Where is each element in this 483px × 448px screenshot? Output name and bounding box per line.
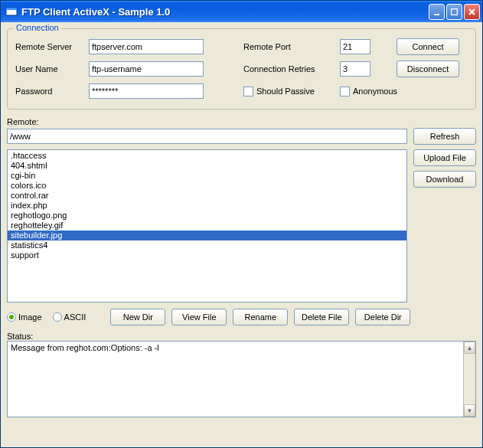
refresh-button[interactable]: Refresh xyxy=(413,128,476,145)
checkbox-icon xyxy=(243,87,253,96)
checkbox-icon xyxy=(340,87,350,96)
image-mode-label: Image xyxy=(18,312,42,322)
titlebar: FTP Client ActiveX - Sample 1.0 xyxy=(1,1,482,22)
remote-server-input[interactable] xyxy=(89,39,204,54)
connection-group: Connection Remote Server Remote Port Con… xyxy=(7,28,476,110)
svg-rect-1 xyxy=(6,8,17,10)
remote-label: Remote: xyxy=(7,117,476,126)
connection-retries-input[interactable] xyxy=(340,61,370,77)
user-name-input[interactable] xyxy=(89,61,204,77)
anonymous-label: Anonymous xyxy=(353,87,397,96)
app-icon xyxy=(5,5,18,18)
ascii-mode-radio[interactable]: ASCII xyxy=(53,312,86,322)
remote-port-input[interactable] xyxy=(340,39,370,54)
list-item[interactable]: support xyxy=(8,250,406,260)
disconnect-button[interactable]: Disconnect xyxy=(397,60,459,77)
remote-server-label: Remote Server xyxy=(15,42,84,51)
list-item[interactable]: colors.ico xyxy=(8,181,406,191)
scroll-down-icon[interactable]: ▼ xyxy=(464,404,475,417)
radio-icon xyxy=(7,312,16,322)
list-item[interactable]: index.php xyxy=(8,201,406,211)
close-button[interactable] xyxy=(464,4,480,20)
window-title: FTP Client ActiveX - Sample 1.0 xyxy=(21,6,429,18)
app-window: FTP Client ActiveX - Sample 1.0 Connecti… xyxy=(0,0,483,448)
rename-button[interactable]: Rename xyxy=(233,309,288,325)
image-mode-radio[interactable]: Image xyxy=(7,312,42,322)
connection-retries-label: Connection Retries xyxy=(243,64,335,74)
ascii-mode-label: ASCII xyxy=(64,312,86,322)
client-area: Connection Remote Server Remote Port Con… xyxy=(1,22,482,447)
view-file-button[interactable]: View File xyxy=(171,309,227,325)
status-label: Status: xyxy=(7,332,476,341)
radio-icon xyxy=(53,312,62,322)
list-item[interactable]: 404.shtml xyxy=(8,161,406,171)
svg-rect-2 xyxy=(434,14,439,15)
password-input[interactable] xyxy=(89,83,204,99)
list-item[interactable]: control.rar xyxy=(8,191,406,201)
user-name-label: User Name xyxy=(15,64,84,74)
scroll-up-icon[interactable]: ▲ xyxy=(464,342,475,354)
list-item[interactable]: reghotlogo.png xyxy=(8,211,406,221)
should-passive-label: Should Passive xyxy=(256,87,315,96)
delete-dir-button[interactable]: Delete Dir xyxy=(355,309,410,325)
scrollbar[interactable]: ▲ ▼ xyxy=(463,342,475,417)
anonymous-checkbox[interactable]: Anonymous xyxy=(340,87,459,96)
password-label: Password xyxy=(15,87,84,96)
list-item[interactable]: cgi-bin xyxy=(8,171,406,181)
svg-rect-3 xyxy=(452,8,458,15)
remote-file-list[interactable]: .htaccess404.shtmlcgi-bincolors.icocontr… xyxy=(7,149,407,302)
list-item[interactable]: sitebuilder.jpg xyxy=(8,231,406,240)
status-box: Message from reghot.com:Options: -a -l ▲… xyxy=(7,341,476,417)
should-passive-checkbox[interactable]: Should Passive xyxy=(243,87,335,96)
connection-legend: Connection xyxy=(14,23,61,32)
status-text: Message from reghot.com:Options: -a -l xyxy=(11,343,462,352)
new-dir-button[interactable]: New Dir xyxy=(110,309,165,325)
maximize-button[interactable] xyxy=(446,4,462,20)
connect-button[interactable]: Connect xyxy=(397,38,459,55)
upload-file-button[interactable]: Upload File xyxy=(413,149,476,166)
window-buttons xyxy=(429,4,480,20)
list-item[interactable]: statistics4 xyxy=(8,240,406,250)
download-button[interactable]: Download xyxy=(413,171,476,188)
list-item[interactable]: reghotteley.gif xyxy=(8,221,406,231)
list-item[interactable]: .htaccess xyxy=(8,151,406,161)
remote-path-input[interactable] xyxy=(7,129,407,144)
remote-port-label: Remote Port xyxy=(243,42,335,51)
delete-file-button[interactable]: Delete File xyxy=(294,309,349,325)
minimize-button[interactable] xyxy=(429,4,445,20)
